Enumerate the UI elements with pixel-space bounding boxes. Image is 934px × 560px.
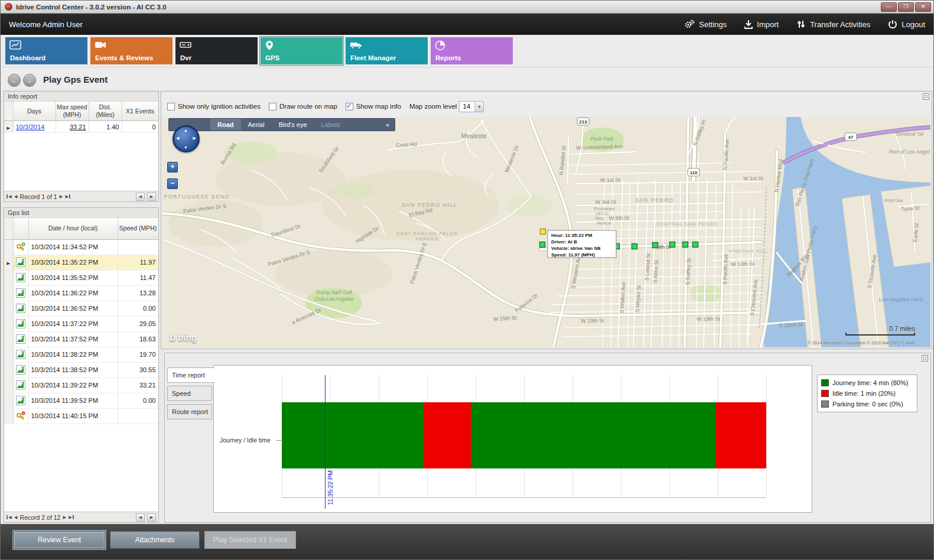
gps-list-row[interactable]: 10/3/2014 11:34:52 PM — [4, 239, 158, 255]
days-cell[interactable]: 10/3/2014 — [13, 121, 56, 133]
gps-date-cell[interactable]: 10/3/2014 11:38:52 PM — [28, 362, 118, 377]
map-view-road[interactable]: Road — [210, 119, 241, 131]
next-record-button[interactable]: ▶ — [63, 515, 66, 520]
pan-north-icon[interactable]: ▲ — [184, 128, 188, 132]
checkbox-icon[interactable] — [167, 103, 175, 110]
review-event-button[interactable]: Review Event — [14, 531, 105, 549]
gps-list-row[interactable]: 10/3/2014 11:40:15 PM — [4, 408, 158, 424]
prev-record-button[interactable]: ◀ — [14, 194, 18, 199]
gps-speed-cell[interactable]: 33.21 — [118, 377, 158, 393]
gps-speed-cell[interactable]: 13.28 — [118, 285, 158, 301]
viewbar-collapse-icon[interactable]: « — [380, 121, 395, 128]
gps-date-cell[interactable]: 10/3/2014 11:38:22 PM — [28, 347, 118, 362]
gps-list-row[interactable]: 10/3/2014 11:36:22 PM 13.28 — [4, 285, 158, 301]
tab-dvr[interactable]: Dvr — [175, 37, 258, 64]
map-collapse-icon[interactable] — [923, 93, 929, 100]
gps-speed-cell[interactable]: 29.05 — [118, 316, 158, 331]
gps-speed-cell[interactable] — [118, 239, 158, 255]
checkbox-icon[interactable] — [269, 103, 276, 110]
gps-date-cell[interactable]: 10/3/2014 11:37:52 PM — [28, 331, 118, 347]
pan-east-icon[interactable]: ▶ — [193, 136, 196, 141]
gps-speed-cell[interactable]: 11.47 — [118, 270, 158, 285]
gps-date-cell[interactable]: 10/3/2014 11:35:52 PM — [28, 270, 118, 285]
gps-list-row[interactable]: 10/3/2014 11:36:52 PM 0.00 — [4, 301, 158, 316]
col-days[interactable]: Days — [13, 102, 56, 121]
bing-map[interactable]: 21311047 MiralestePeck ParkW Summerland … — [162, 117, 930, 347]
first-record-button[interactable]: ◀ — [6, 515, 12, 520]
next-record-button[interactable]: ▶ — [60, 194, 63, 199]
pan-west-icon[interactable]: ◀ — [176, 136, 179, 141]
gps-point-marker[interactable] — [693, 242, 698, 248]
minimize-button[interactable]: — — [881, 2, 897, 12]
map-zoom-out-button[interactable]: − — [167, 178, 178, 189]
gps-date-cell[interactable]: 10/3/2014 11:35:22 PM — [28, 255, 118, 270]
gps-point-marker[interactable] — [540, 242, 545, 248]
map-zoom-in-button[interactable]: + — [167, 162, 178, 172]
gps-list-row[interactable]: ▶ 10/3/2014 11:35:22 PM 11.97 — [4, 255, 158, 270]
tab-fleet-manager[interactable]: Fleet Manager — [346, 37, 428, 64]
gps-speed-cell[interactable]: 11.97 — [118, 255, 158, 270]
col-x1-events[interactable]: X1 Events — [122, 102, 158, 121]
gps-date-cell[interactable]: 10/3/2014 11:39:52 PM — [28, 393, 118, 408]
col-date-hour[interactable]: Date / hour (local) — [28, 218, 118, 239]
scroll-left-button[interactable]: ◀ — [136, 513, 145, 522]
gps-speed-cell[interactable] — [118, 408, 158, 424]
checkbox-show-map-info[interactable]: Show map info — [346, 103, 401, 110]
map-view-aerial[interactable]: Aerial — [241, 119, 272, 131]
scroll-right-button[interactable]: ▶ — [147, 513, 156, 522]
gps-speed-cell[interactable]: 19.70 — [118, 347, 158, 362]
gps-date-cell[interactable]: 10/3/2014 11:39:22 PM — [28, 377, 118, 393]
gps-speed-cell[interactable]: 0.00 — [118, 301, 158, 316]
max-speed-cell[interactable]: 33.21 — [56, 121, 89, 133]
prev-record-button[interactable]: ◀ — [14, 515, 18, 520]
gps-date-cell[interactable]: 10/3/2014 11:36:52 PM — [28, 301, 118, 316]
gps-list-row[interactable]: 10/3/2014 11:38:52 PM 30.55 — [4, 362, 158, 377]
col-dist[interactable]: Dist. (Miles) — [89, 102, 122, 121]
col-speed[interactable]: Speed (MPH) — [118, 218, 158, 239]
gps-date-cell[interactable]: 10/3/2014 11:36:22 PM — [28, 285, 118, 301]
tab-reports[interactable]: Reports — [431, 37, 513, 64]
gps-point-marker[interactable] — [683, 242, 688, 248]
report-collapse-icon[interactable] — [922, 355, 928, 362]
zoom-level-select[interactable]: 14 ▼ — [459, 101, 484, 112]
tab-gps[interactable]: GPS — [261, 37, 343, 64]
last-record-button[interactable]: ▶ — [65, 194, 70, 199]
tab-speed-graphic[interactable]: Speed graphic — [167, 386, 212, 401]
scroll-left-button[interactable]: ◀ — [136, 193, 145, 201]
attachments-button[interactable]: Attachments — [110, 531, 200, 549]
map-compass-control[interactable]: ▲ ▼ ◀ ▶ — [173, 125, 200, 152]
gps-list-row[interactable]: 10/3/2014 11:39:52 PM 0.00 — [4, 393, 158, 408]
checkbox-show-ignition[interactable]: Show only ignition activities — [167, 103, 261, 110]
checkbox-draw-route[interactable]: Draw route on map — [269, 103, 337, 110]
gps-list-row[interactable]: 10/3/2014 11:38:22 PM 19.70 — [4, 347, 158, 362]
gps-list-row[interactable]: 10/3/2014 11:37:52 PM 18.63 — [4, 331, 158, 347]
gps-date-cell[interactable]: 10/3/2014 11:37:22 PM — [28, 316, 118, 331]
map-view-birds-eye[interactable]: Bird's eye — [272, 119, 314, 131]
close-button[interactable]: ✕ — [915, 2, 931, 12]
gps-speed-cell[interactable]: 30.55 — [118, 362, 158, 377]
import-button[interactable]: Import — [744, 19, 779, 29]
selected-point-marker[interactable] — [541, 229, 546, 235]
gps-speed-cell[interactable]: 0.00 — [118, 393, 158, 408]
gps-point-marker[interactable] — [670, 242, 675, 248]
logout-button[interactable]: Logout — [888, 19, 925, 29]
gps-date-cell[interactable]: 10/3/2014 11:40:15 PM — [28, 408, 118, 424]
gps-date-cell[interactable]: 10/3/2014 11:34:52 PM — [28, 239, 118, 255]
chevron-down-icon[interactable]: ▼ — [474, 102, 483, 112]
gps-point-marker[interactable] — [653, 243, 658, 248]
gps-point-marker[interactable] — [632, 244, 637, 249]
gps-list-row[interactable]: 10/3/2014 11:37:22 PM 29.05 — [4, 316, 158, 331]
gps-list-row[interactable]: 10/3/2014 11:39:22 PM 33.21 — [4, 377, 158, 393]
settings-button[interactable]: Settings — [685, 19, 727, 29]
tab-dashboard[interactable]: Dashboard — [5, 37, 87, 64]
map-view-labels[interactable]: Labels — [314, 119, 347, 131]
scroll-right-button[interactable]: ▶ — [147, 193, 156, 201]
checkbox-icon[interactable] — [346, 103, 353, 110]
last-record-button[interactable]: ▶ — [69, 515, 74, 520]
maximize-button[interactable]: ❐ — [898, 2, 914, 12]
transfer-activities-button[interactable]: Transfer Activities — [796, 19, 870, 29]
tab-route-report[interactable]: Route report — [167, 404, 212, 419]
gps-list-row[interactable]: 10/3/2014 11:35:52 PM 11.47 — [4, 270, 158, 285]
pan-south-icon[interactable]: ▼ — [184, 145, 188, 149]
info-report-row[interactable]: ▶ 10/3/2014 33.21 1.40 0 — [4, 121, 158, 133]
